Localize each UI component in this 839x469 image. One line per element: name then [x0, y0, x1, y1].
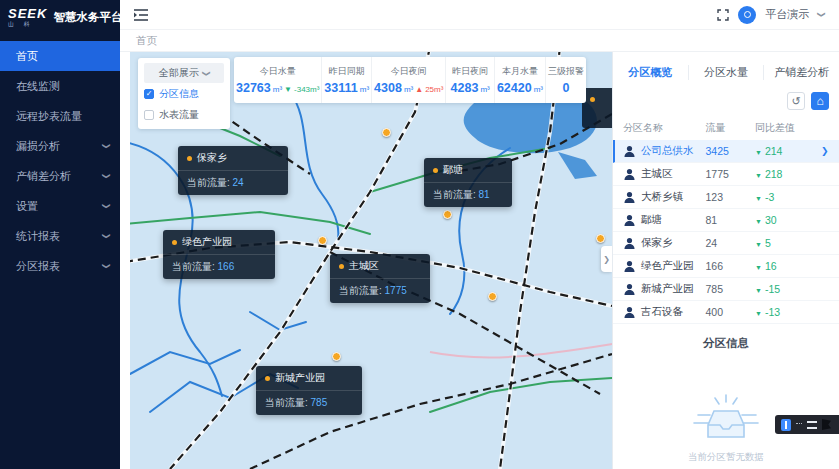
stat-value: 62420: [497, 81, 532, 95]
empty-box-icon: [690, 393, 762, 445]
zone-delta: 218: [765, 168, 783, 180]
sidebar-item-online-monitoring[interactable]: 在线监测: [0, 71, 120, 101]
logo-mark: SEEK 山 科: [8, 7, 47, 27]
table-row[interactable]: 保家乡 24 ▼5: [613, 232, 839, 255]
sidebar-item-statistic-reports[interactable]: 统计报表❯: [0, 221, 120, 251]
panel-actions: ↺ ⌂: [613, 88, 839, 116]
table-row[interactable]: 吉石设备 400 ▼-13: [613, 301, 839, 324]
sidebar: SEEK 山 科 智慧水务平台 首页 在线监测 远程抄表流量 漏损分析❯ 产销差…: [0, 0, 120, 469]
zone-tooltip-new-city-industrial-park[interactable]: 新城产业园 当前流量: 785: [256, 366, 362, 415]
flow-value: 24: [233, 177, 244, 188]
map-canvas[interactable]: 全部展示 ❯ ✓ 分区信息 水表流量 今日水量 32763 m³ ▼ -343m…: [130, 52, 612, 469]
table-row[interactable]: 主城区 1775 ▼218: [613, 163, 839, 186]
chevron-right-icon[interactable]: ❯: [821, 146, 831, 156]
map-marker[interactable]: [382, 128, 391, 137]
zone-icon: [623, 260, 636, 273]
zone-tooltip-main-city[interactable]: 主城区 当前流量: 1775: [330, 254, 430, 303]
trend-up-icon: ▲: [415, 85, 423, 94]
app-title: 智慧水务平台: [53, 10, 122, 25]
stat-value: 4308: [374, 81, 402, 95]
map-marker[interactable]: [596, 234, 605, 243]
chevron-down-icon: ❯: [102, 263, 111, 270]
collapse-sidebar-icon[interactable]: [134, 9, 148, 21]
table-row[interactable]: 公司总供水 3425 ▼214 ❯: [613, 140, 839, 163]
flag-icon: [822, 419, 831, 430]
layer-option-label: 水表流量: [159, 108, 199, 122]
stat-value: 4283: [451, 81, 479, 95]
flow-label: 当前流量:: [265, 397, 308, 408]
layer-option-zone-info[interactable]: ✓ 分区信息: [144, 83, 224, 104]
home-icon[interactable]: ⌂: [811, 92, 829, 110]
sidebar-item-nrw-analysis[interactable]: 产销差分析❯: [0, 161, 120, 191]
sidebar-item-label: 产销差分析: [16, 169, 71, 184]
trend-down-icon: ▼: [755, 264, 762, 271]
sidebar-item-label: 在线监测: [16, 79, 60, 94]
map-marker[interactable]: [443, 210, 452, 219]
zone-flow: 166: [706, 260, 756, 272]
zone-panel: 分区概览 分区水量 产销差分析 ↺ ⌂ 分区名称 流量 同比差值 公司总供水 3…: [612, 52, 839, 469]
zone-icon: [623, 168, 636, 181]
stat-yesterday-same-period: 昨日同期 33111 m³: [322, 57, 372, 103]
sidebar-item-label: 统计报表: [16, 229, 60, 244]
stat-tonight-volume: 今日夜间 4308 m³ ▲ 25m³: [372, 57, 446, 103]
tab-zone-volume[interactable]: 分区水量: [689, 65, 765, 80]
sidebar-item-remote-meter-flow[interactable]: 远程抄表流量: [0, 101, 120, 131]
back-icon[interactable]: ↺: [787, 92, 805, 110]
tab-nrw-analysis[interactable]: 产销差分析: [764, 65, 839, 80]
username[interactable]: 平台演示: [765, 7, 809, 22]
marker-dot-icon: [339, 264, 344, 269]
sidebar-item-home[interactable]: 首页: [0, 41, 120, 71]
chevron-down-icon[interactable]: ❯: [817, 11, 826, 18]
stat-delta: 25m³: [425, 85, 443, 94]
tab-zone-overview[interactable]: 分区概览: [613, 65, 689, 80]
chevron-down-icon: ❯: [102, 173, 111, 180]
zone-icon: [623, 237, 636, 250]
zone-name: 绿色产业园: [641, 259, 694, 273]
avatar[interactable]: [738, 6, 756, 24]
zone-flow: 785: [706, 283, 756, 295]
map-marker[interactable]: [318, 236, 327, 245]
table-row[interactable]: 大桥乡镇 123 ▼-3: [613, 186, 839, 209]
stat-value: 33111: [324, 81, 357, 95]
layer-filter-dropdown[interactable]: 全部展示 ❯: [144, 63, 224, 83]
zone-flow: 81: [706, 214, 756, 226]
table-row[interactable]: 绿色产业园 166 ▼16: [613, 255, 839, 278]
map-marker[interactable]: [488, 292, 497, 301]
zone-delta: -15: [765, 283, 780, 295]
zone-tooltip-baojiaxiang[interactable]: 保家乡 当前流量: 24: [178, 146, 288, 195]
stat-unit: m³: [404, 85, 413, 94]
zone-name: 大桥乡镇: [641, 190, 683, 204]
zone-delta: 5: [765, 237, 771, 249]
logo: SEEK 山 科 智慧水务平台: [0, 0, 120, 33]
top-header: 平台演示 ❯: [120, 0, 839, 30]
fullscreen-icon[interactable]: [717, 9, 729, 21]
sidebar-item-zone-reports[interactable]: 分区报表❯: [0, 251, 120, 281]
table-row[interactable]: 鄢塘 81 ▼30: [613, 209, 839, 232]
stat-unit: m³: [480, 85, 489, 94]
map-marker[interactable]: [332, 352, 341, 361]
layer-filter-value: 全部展示: [159, 66, 199, 80]
zone-delta: 214: [765, 145, 783, 157]
layer-option-meter-flow[interactable]: 水表流量: [144, 104, 224, 125]
sidebar-item-loss-analysis[interactable]: 漏损分析❯: [0, 131, 120, 161]
sidebar-item-settings[interactable]: 设置❯: [0, 191, 120, 221]
empty-state: 当前分区暂无数据: [688, 393, 764, 464]
zone-name: 新城产业园: [641, 282, 694, 296]
zone-tooltip-green-industrial-park[interactable]: 绿色产业园 当前流量: 166: [163, 230, 275, 279]
zone-info-title: 分区信息: [703, 336, 749, 351]
zone-tooltip-yantang[interactable]: 鄢塘 当前流量: 81: [424, 158, 512, 207]
panel-expand-button[interactable]: ❯: [601, 246, 612, 272]
stat-value: 32763: [236, 81, 271, 95]
zone-name: 新城产业园: [275, 371, 325, 385]
zone-name: 鄢塘: [641, 213, 662, 227]
trend-down-icon: ▼: [755, 195, 762, 202]
table-row[interactable]: 新城产业园 785 ▼-15: [613, 278, 839, 301]
breadcrumb[interactable]: 首页: [136, 34, 157, 48]
zone-delta: -13: [765, 306, 780, 318]
zone-tooltip-clipped[interactable]: [582, 88, 612, 128]
zone-name: 绿色产业园: [182, 235, 232, 249]
trend-down-icon: ▼: [755, 218, 762, 225]
flow-label: 当前流量:: [187, 177, 230, 188]
zone-flow: 24: [706, 237, 756, 249]
map-vendor-controls[interactable]: [775, 415, 839, 434]
